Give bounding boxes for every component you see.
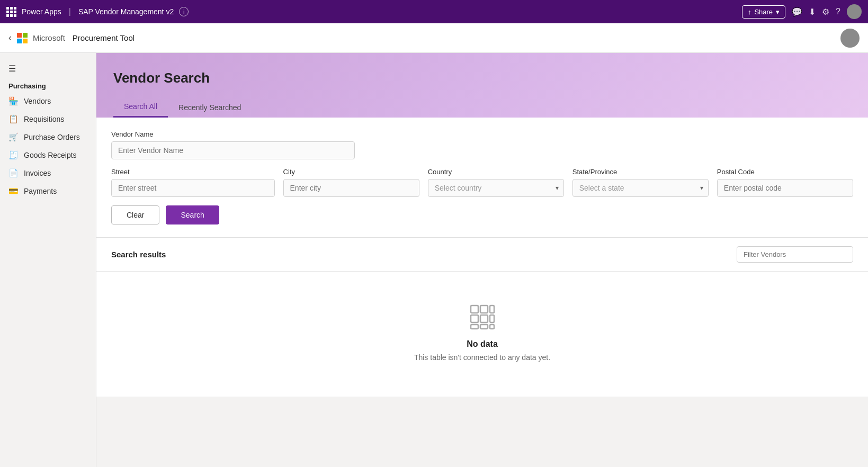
country-select[interactable]: Select country — [428, 179, 564, 197]
search-button[interactable]: Search — [166, 205, 219, 224]
city-group: City — [283, 168, 419, 197]
street-input[interactable] — [111, 179, 275, 197]
sidebar-item-vendors[interactable]: 🏪 Vendors — [0, 92, 96, 110]
postal-input[interactable] — [717, 179, 853, 197]
sidebar-item-payments[interactable]: 💳 Payments — [0, 182, 96, 200]
menu-icon[interactable]: ☰ — [0, 59, 96, 78]
search-panel: Vendor Name Street City Country Select c… — [96, 118, 868, 238]
brand-name: Microsoft — [33, 33, 65, 42]
city-label: City — [283, 168, 419, 176]
svg-rect-4 — [480, 315, 488, 322]
svg-rect-6 — [471, 325, 478, 329]
help-icon[interactable]: ? — [836, 7, 840, 16]
svg-rect-2 — [490, 306, 494, 313]
share-button[interactable]: ↑ Share ▾ — [742, 5, 785, 19]
svg-rect-7 — [480, 325, 488, 329]
clear-button[interactable]: Clear — [111, 205, 159, 224]
header-bar: ‹ Microsoft Procurement Tool — [0, 23, 868, 53]
download-icon[interactable]: ⬇ — [809, 7, 816, 17]
page-title: Vendor Search — [113, 70, 851, 86]
sidebar-item-purchase-orders[interactable]: 🛒 Purchase Orders — [0, 128, 96, 146]
sidebar-section-title: Purchasing — [0, 78, 96, 92]
filter-vendors-input[interactable] — [737, 246, 853, 263]
no-data-title: No data — [467, 339, 498, 349]
comment-icon[interactable]: 💬 — [792, 7, 802, 17]
results-section: Search results No data This table — [96, 238, 868, 397]
payment-icon: 💳 — [8, 186, 19, 196]
sidebar-label-goods-receipts: Goods Receipts — [24, 151, 77, 159]
svg-rect-3 — [471, 315, 478, 322]
app-layout: ☰ Purchasing 🏪 Vendors 📋 Requisitions 🛒 … — [0, 53, 868, 467]
street-label: Street — [111, 168, 275, 176]
main-content: Vendor Search Search All Recently Search… — [96, 53, 868, 467]
svg-rect-5 — [490, 315, 494, 322]
no-data-icon — [469, 303, 496, 331]
store-icon: 🏪 — [8, 96, 19, 106]
results-header: Search results — [96, 238, 868, 272]
share-icon: ↑ — [748, 8, 751, 16]
apps-grid-icon[interactable] — [6, 7, 16, 17]
header-title: Procurement Tool — [73, 33, 135, 42]
app-subtitle: SAP Vendor Management v2 — [78, 7, 174, 16]
back-button[interactable]: ‹ — [8, 32, 12, 43]
state-label: State/Province — [572, 168, 709, 176]
state-select[interactable]: Select a state — [572, 179, 709, 197]
sidebar-label-requisitions: Requisitions — [24, 115, 64, 123]
user-avatar[interactable] — [840, 29, 860, 48]
microsoft-logo — [17, 33, 28, 43]
vendor-name-input[interactable] — [111, 141, 355, 159]
tab-search-all[interactable]: Search All — [113, 97, 168, 118]
tabs: Search All Recently Searched — [113, 97, 851, 118]
state-group: State/Province Select a state ▾ — [572, 168, 709, 197]
settings-icon[interactable]: ⚙ — [822, 7, 829, 17]
svg-rect-8 — [490, 325, 494, 329]
sidebar-label-invoices: Invoices — [24, 169, 51, 177]
vendor-name-label: Vendor Name — [111, 130, 853, 138]
no-data-area: No data This table isn't connected to an… — [96, 272, 868, 393]
button-row: Clear Search — [111, 205, 853, 224]
topbar: Power Apps | SAP Vendor Management v2 i … — [0, 0, 868, 23]
country-label: Country — [428, 168, 564, 176]
document-icon: 📄 — [8, 168, 19, 178]
results-title: Search results — [111, 250, 166, 259]
svg-rect-0 — [471, 306, 478, 313]
cart-icon: 🛒 — [8, 132, 19, 142]
tab-recently-searched[interactable]: Recently Searched — [168, 97, 252, 118]
sidebar-item-requisitions[interactable]: 📋 Requisitions — [0, 110, 96, 128]
sidebar-item-goods-receipts[interactable]: 🧾 Goods Receipts — [0, 146, 96, 164]
address-row: Street City Country Select country ▾ — [111, 168, 853, 197]
state-select-wrapper: Select a state ▾ — [572, 179, 709, 197]
country-group: Country Select country ▾ — [428, 168, 564, 197]
header-left: ‹ Microsoft Procurement Tool — [8, 32, 135, 43]
sidebar-label-purchase-orders: Purchase Orders — [24, 133, 80, 141]
chevron-down-icon: ▾ — [776, 8, 780, 16]
avatar[interactable] — [847, 4, 862, 19]
topbar-separator: | — [69, 7, 71, 16]
postal-group: Postal Code — [717, 168, 853, 197]
postal-label: Postal Code — [717, 168, 853, 176]
sidebar: ☰ Purchasing 🏪 Vendors 📋 Requisitions 🛒 … — [0, 53, 96, 467]
city-input[interactable] — [283, 179, 419, 197]
sidebar-label-payments: Payments — [24, 187, 57, 195]
receipt-icon: 🧾 — [8, 150, 19, 160]
topbar-left: Power Apps | SAP Vendor Management v2 i — [6, 7, 189, 17]
vendor-name-group: Vendor Name — [111, 130, 853, 159]
list-icon: 📋 — [8, 114, 19, 124]
sidebar-item-invoices[interactable]: 📄 Invoices — [0, 164, 96, 182]
page-header: Vendor Search Search All Recently Search… — [96, 53, 868, 118]
svg-rect-1 — [480, 306, 488, 313]
share-label: Share — [754, 8, 773, 16]
info-icon[interactable]: i — [179, 7, 189, 16]
app-name: Power Apps — [22, 7, 61, 16]
sidebar-label-vendors: Vendors — [24, 97, 51, 105]
street-group: Street — [111, 168, 275, 197]
country-select-wrapper: Select country ▾ — [428, 179, 564, 197]
no-data-subtitle: This table isn't connected to any data y… — [414, 353, 550, 362]
topbar-right: ↑ Share ▾ 💬 ⬇ ⚙ ? — [742, 4, 862, 19]
